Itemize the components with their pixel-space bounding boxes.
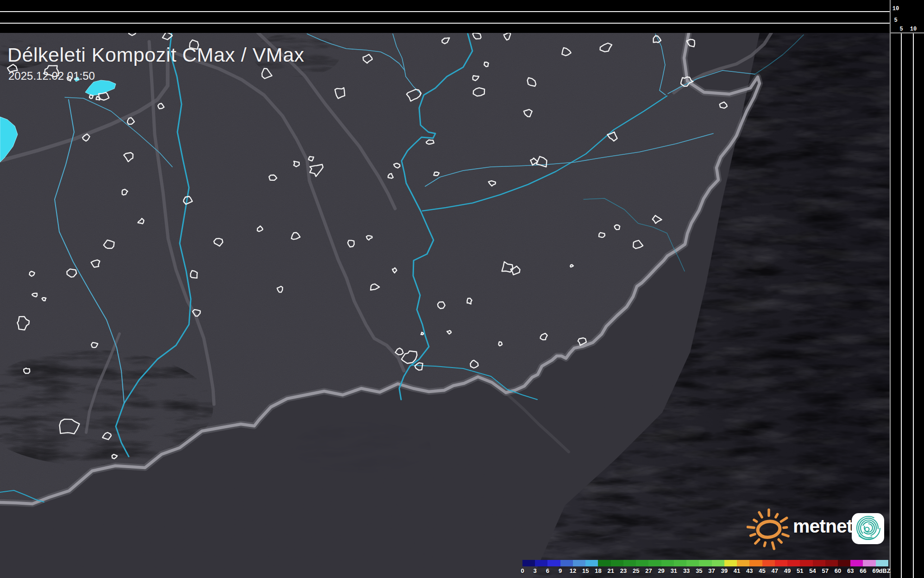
legend-swatch <box>863 560 876 566</box>
legend-swatch <box>636 560 649 566</box>
legend-tick-label: 63 <box>847 567 854 574</box>
legend-tick-label: 60 <box>835 567 841 574</box>
legend-tick-label: 37 <box>708 567 715 574</box>
legend-swatch <box>522 560 535 566</box>
legend-swatch <box>560 560 573 566</box>
legend-tick-label: 15 <box>582 567 589 574</box>
legend-tick-label: 57 <box>822 567 829 574</box>
legend-swatch <box>598 560 611 566</box>
legend-tick-label: 41 <box>734 567 740 574</box>
legend-unit-label: dBZ <box>879 567 890 574</box>
legend-swatch <box>813 560 826 566</box>
legend-swatch <box>838 560 851 566</box>
legend-swatch <box>825 560 838 566</box>
radar-app-window: Délkeleti Kompozit CMax / VMax 2025.12.0… <box>0 0 924 578</box>
legend-tick-label: 43 <box>746 567 753 574</box>
legend-tick-label: 54 <box>809 567 816 574</box>
legend-tick-label: 29 <box>658 567 664 574</box>
right-profile-panel <box>890 0 924 578</box>
scale-tick-label: 5 <box>894 17 897 24</box>
legend-swatch <box>775 560 788 566</box>
legend-swatch <box>699 560 712 566</box>
legend-swatch <box>585 560 598 566</box>
legend-tick-label: 18 <box>595 567 601 574</box>
scale-tick-label: 10 <box>893 6 899 12</box>
legend-tick-label: 66 <box>860 567 866 574</box>
legend-swatch <box>800 560 813 566</box>
legend-swatch <box>876 560 889 566</box>
legend-tick-label: 49 <box>784 567 791 574</box>
legend-swatch <box>712 560 725 566</box>
legend-swatch <box>724 560 737 566</box>
legend-tick-label: 27 <box>645 567 652 574</box>
legend-tick-label: 12 <box>570 567 576 574</box>
scale-tick-label: 5 <box>899 26 903 32</box>
legend-swatch <box>749 560 762 566</box>
legend-swatch <box>762 560 775 566</box>
legend-tick-label: 45 <box>759 567 765 574</box>
legend-swatch <box>661 560 674 566</box>
spiral-app-icon <box>851 513 885 545</box>
timestamp: 2025.12.02 01:50 <box>8 70 95 83</box>
map-layer <box>0 0 890 578</box>
legend-swatch <box>611 560 624 566</box>
scale-tick-label: 10 <box>910 26 917 32</box>
legend-tick-label: 25 <box>633 567 639 574</box>
legend-tick-label: 23 <box>620 567 627 574</box>
legend-tick-label: 3 <box>534 567 537 574</box>
legend-swatch <box>686 560 699 566</box>
brand-logo-text: metnet <box>793 515 852 537</box>
legend-swatch <box>850 560 863 566</box>
legend-swatch <box>787 560 800 566</box>
legend-swatch <box>648 560 661 566</box>
sun-icon <box>747 508 791 551</box>
legend-tick-label: 21 <box>607 567 614 574</box>
legend-tick-label: 6 <box>546 567 549 574</box>
legend-tick-label: 69 <box>872 567 879 574</box>
metnet-branding: metnet <box>747 508 886 550</box>
legend-tick-label: 47 <box>772 567 778 574</box>
legend-tick-label: 33 <box>683 567 690 574</box>
radar-map <box>0 0 924 578</box>
top-profile-panel <box>0 0 890 33</box>
legend-tick-label: 9 <box>559 567 562 574</box>
legend-tick-label: 39 <box>721 567 728 574</box>
legend-swatch <box>737 560 750 566</box>
legend-tick-label: 51 <box>797 567 803 574</box>
legend-swatch <box>674 560 687 566</box>
legend-swatch <box>573 560 586 566</box>
legend-swatch <box>623 560 636 566</box>
legend-tick-label: 31 <box>671 567 677 574</box>
legend-tick-label: 35 <box>696 567 702 574</box>
page-title: Délkeleti Kompozit CMax / VMax <box>7 44 304 66</box>
legend-swatch <box>535 560 548 566</box>
dbz-color-legend: 0369121518212325272931333537394143454749… <box>522 560 907 576</box>
legend-tick-label: 0 <box>521 567 524 574</box>
legend-swatch <box>547 560 560 566</box>
